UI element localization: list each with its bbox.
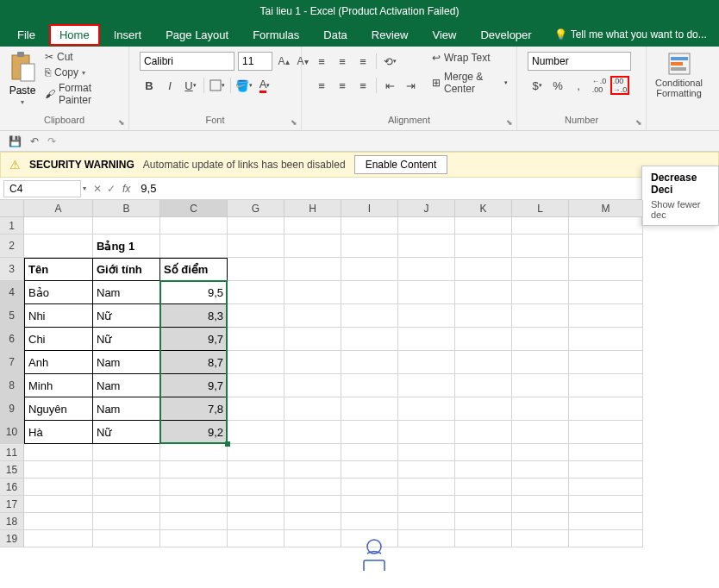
- spreadsheet-grid[interactable]: ABCGHIJKLM 12345678910111516171819 Bảng …: [0, 200, 719, 571]
- enable-content-button[interactable]: Enable Content: [354, 155, 448, 174]
- cell-J8[interactable]: [398, 374, 455, 397]
- cell-I8[interactable]: [341, 374, 398, 397]
- cell-B10[interactable]: Nữ: [93, 421, 160, 444]
- cell-J4[interactable]: [398, 281, 455, 304]
- font-size-select[interactable]: [238, 52, 272, 71]
- cell-M4[interactable]: [569, 281, 643, 304]
- cell-J1[interactable]: [398, 217, 455, 235]
- cell-C1[interactable]: [160, 217, 228, 235]
- cell-A18[interactable]: [24, 513, 93, 530]
- cell-J9[interactable]: [398, 397, 455, 421]
- cell-J15[interactable]: [398, 461, 455, 479]
- cell-L18[interactable]: [512, 513, 569, 530]
- cell-J16[interactable]: [398, 479, 455, 496]
- tab-developer[interactable]: Developer: [470, 24, 541, 46]
- underline-button[interactable]: U▾: [181, 76, 200, 95]
- cell-H7[interactable]: [284, 351, 341, 374]
- cell-C18[interactable]: [160, 513, 228, 530]
- cell-M16[interactable]: [569, 479, 643, 496]
- cell-H18[interactable]: [284, 513, 341, 530]
- cell-L5[interactable]: [512, 304, 569, 328]
- cancel-icon[interactable]: ✕: [93, 183, 102, 195]
- cell-M8[interactable]: [569, 374, 643, 397]
- cell-M2[interactable]: [569, 235, 643, 258]
- redo-button[interactable]: ↷: [47, 135, 56, 147]
- tab-home[interactable]: Home: [49, 24, 100, 46]
- cell-I19[interactable]: [341, 530, 398, 547]
- cell-L17[interactable]: [512, 496, 569, 513]
- cell-J17[interactable]: [398, 496, 455, 513]
- cell-A17[interactable]: [24, 496, 93, 513]
- number-format-select[interactable]: [528, 52, 631, 71]
- cell-I6[interactable]: [341, 328, 398, 351]
- align-center-button[interactable]: ≡: [333, 76, 352, 95]
- comma-button[interactable]: ,: [569, 76, 588, 95]
- conditional-formatting-button[interactable]: Conditional Formatting: [655, 52, 703, 98]
- col-header-B[interactable]: B: [93, 200, 160, 217]
- cell-L6[interactable]: [512, 328, 569, 351]
- clipboard-launcher[interactable]: ⬊: [118, 118, 125, 127]
- cell-I2[interactable]: [341, 235, 398, 258]
- cell-C10[interactable]: 9,2: [160, 421, 228, 444]
- cell-K5[interactable]: [455, 304, 512, 328]
- cell-I5[interactable]: [341, 304, 398, 328]
- cell-L9[interactable]: [512, 397, 569, 421]
- cell-B15[interactable]: [93, 461, 160, 479]
- cell-G6[interactable]: [228, 328, 284, 351]
- align-top-button[interactable]: ≡: [312, 52, 331, 71]
- cell-A5[interactable]: Nhi: [24, 304, 93, 328]
- cell-J19[interactable]: [398, 530, 455, 547]
- cell-L4[interactable]: [512, 281, 569, 304]
- cell-H4[interactable]: [284, 281, 341, 304]
- cell-M19[interactable]: [569, 530, 643, 547]
- cell-H19[interactable]: [284, 530, 341, 547]
- cell-H16[interactable]: [284, 479, 341, 496]
- cell-A6[interactable]: Chi: [24, 328, 93, 351]
- row-header-4[interactable]: 4: [0, 281, 24, 304]
- col-header-L[interactable]: L: [512, 200, 569, 217]
- cell-B19[interactable]: [93, 530, 160, 547]
- cell-K11[interactable]: [455, 444, 512, 461]
- cell-B17[interactable]: [93, 496, 160, 513]
- cell-A19[interactable]: [24, 530, 93, 547]
- cell-A3[interactable]: Tên: [24, 258, 93, 281]
- copy-button[interactable]: ⎘Copy▾: [43, 66, 122, 79]
- cell-H11[interactable]: [284, 444, 341, 461]
- cell-G2[interactable]: [228, 235, 284, 258]
- row-header-16[interactable]: 16: [0, 479, 24, 496]
- cell-I15[interactable]: [341, 461, 398, 479]
- tab-formulas[interactable]: Formulas: [242, 24, 309, 46]
- row-header-7[interactable]: 7: [0, 351, 24, 374]
- merge-center-button[interactable]: ⊞Merge & Center▾: [430, 69, 510, 97]
- cell-K10[interactable]: [455, 421, 512, 444]
- cell-C19[interactable]: [160, 530, 228, 547]
- cell-K3[interactable]: [455, 258, 512, 281]
- row-header-3[interactable]: 3: [0, 258, 24, 281]
- cell-G19[interactable]: [228, 530, 284, 547]
- cell-M18[interactable]: [569, 513, 643, 530]
- col-header-C[interactable]: C: [160, 200, 228, 217]
- cell-L19[interactable]: [512, 530, 569, 547]
- col-header-J[interactable]: J: [398, 200, 455, 217]
- bold-button[interactable]: B: [140, 76, 159, 95]
- borders-button[interactable]: ▾: [208, 76, 227, 95]
- cell-B5[interactable]: Nữ: [93, 304, 160, 328]
- cell-K15[interactable]: [455, 461, 512, 479]
- paste-button[interactable]: Paste ▾: [7, 50, 38, 108]
- cell-M10[interactable]: [569, 421, 643, 444]
- cell-H8[interactable]: [284, 374, 341, 397]
- undo-button[interactable]: ↶: [30, 135, 39, 147]
- enter-icon[interactable]: ✓: [107, 183, 116, 195]
- cell-G18[interactable]: [228, 513, 284, 530]
- align-right-button[interactable]: ≡: [353, 76, 372, 95]
- tab-data[interactable]: Data: [313, 24, 357, 46]
- cell-M15[interactable]: [569, 461, 643, 479]
- cell-K2[interactable]: [455, 235, 512, 258]
- cell-B6[interactable]: Nữ: [93, 328, 160, 351]
- row-header-8[interactable]: 8: [0, 374, 24, 397]
- row-headers[interactable]: 12345678910111516171819: [0, 217, 24, 547]
- cell-G8[interactable]: [228, 374, 284, 397]
- cell-A2[interactable]: [24, 235, 93, 258]
- cell-H17[interactable]: [284, 496, 341, 513]
- row-header-17[interactable]: 17: [0, 496, 24, 513]
